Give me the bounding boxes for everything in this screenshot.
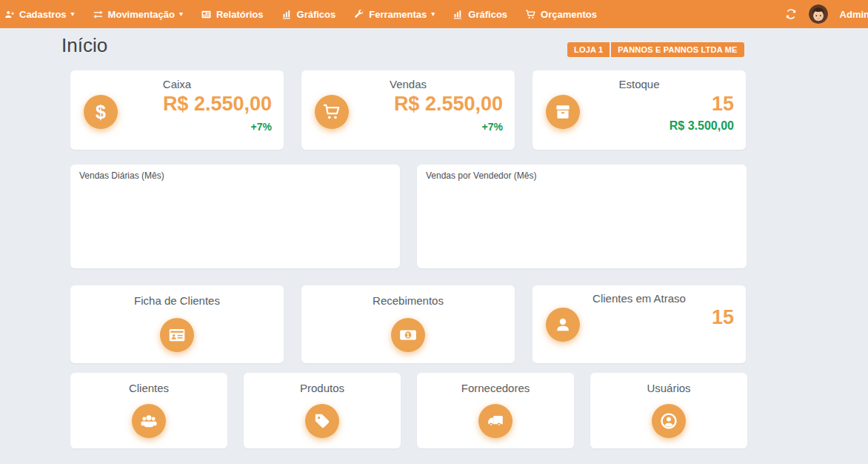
user-circle-icon xyxy=(652,404,686,438)
info-card-ficha-clientes[interactable]: Ficha de Clientes xyxy=(70,285,284,363)
id-card-icon xyxy=(160,318,194,352)
shortcut-card-produtos[interactable]: Produtos xyxy=(244,373,401,448)
stat-value: R$ 2.550,00 xyxy=(394,94,503,114)
user-plus-icon xyxy=(4,9,15,20)
store-badges: LOJA 1 PANNOS E PANNOS LTDA ME xyxy=(567,42,744,57)
avatar[interactable] xyxy=(809,4,828,24)
cart-icon xyxy=(315,95,349,129)
card-title: Clientes em Atraso xyxy=(533,292,746,305)
card-title: Produtos xyxy=(244,382,401,394)
users-icon xyxy=(132,404,166,438)
user-icon xyxy=(546,308,580,342)
chart-panel-vendas-vendedor: Vendas por Vendedor (Mês) xyxy=(417,165,747,268)
truck-icon xyxy=(478,404,513,438)
nav-label: Orçamentos xyxy=(541,9,597,20)
nav-label: Gráficos xyxy=(297,9,336,20)
nav-item-relatorios[interactable]: Relatórios xyxy=(192,0,273,28)
card-title: Recebimentos xyxy=(301,294,515,307)
bar-chart-icon xyxy=(453,9,464,20)
svg-text:1: 1 xyxy=(407,331,410,339)
tag-icon xyxy=(305,404,339,438)
nav-label: Movimentação xyxy=(108,9,175,20)
top-navbar: Cadastros Movimentação Relatórios Gráfic… xyxy=(0,0,868,28)
store-badge-loja[interactable]: LOJA 1 xyxy=(567,42,610,57)
money-bill-icon: 1 xyxy=(391,318,425,352)
shortcut-card-usuarios[interactable]: Usuários xyxy=(590,373,747,448)
caret-down-icon xyxy=(179,10,183,18)
stat-value: R$ 2.550,00 xyxy=(163,94,272,114)
card-title: Vendas xyxy=(301,78,515,90)
shortcut-card-fornecedores[interactable]: Fornecedores xyxy=(417,373,574,448)
page-title: Início xyxy=(61,34,107,57)
card-title: Estoque xyxy=(533,78,746,90)
exchange-icon xyxy=(93,9,104,20)
shortcut-card-clientes[interactable]: Clientes xyxy=(70,373,227,448)
card-title: Fornecedores xyxy=(417,382,574,394)
stat-secondary-value: R$ 3.500,00 xyxy=(670,119,734,133)
card-title: Caixa xyxy=(70,78,284,90)
nav-item-orcamentos[interactable]: Orçamentos xyxy=(516,0,606,28)
nav-label: Relatórios xyxy=(216,9,264,20)
report-icon xyxy=(201,9,212,20)
card-title: Usuários xyxy=(590,382,747,394)
stat-value: 15 xyxy=(712,94,734,114)
stat-delta: +7% xyxy=(251,121,272,133)
nav-label: Cadastros xyxy=(19,9,67,20)
caret-down-icon xyxy=(431,10,435,18)
info-card-clientes-atraso[interactable]: Clientes em Atraso 15 xyxy=(533,285,746,363)
stat-card-vendas: Vendas R$ 2.550,00 +7% xyxy=(301,70,515,150)
stat-card-caixa: Caixa $ R$ 2.550,00 +7% xyxy=(70,70,284,150)
nav-item-ferramentas[interactable]: Ferramentas xyxy=(344,0,444,28)
main-content: Início LOJA 1 PANNOS E PANNOS LTDA ME Ca… xyxy=(0,28,868,464)
refresh-icon[interactable] xyxy=(785,8,797,20)
nav-item-graficos[interactable]: Gráficos xyxy=(273,0,345,28)
nav-item-movimentacao[interactable]: Movimentação xyxy=(84,0,192,28)
cart-icon xyxy=(525,9,536,20)
nav-item-graficos-2[interactable]: Gráficos xyxy=(444,0,516,28)
box-icon xyxy=(546,95,580,129)
info-value: 15 xyxy=(712,308,734,328)
nav-label: Gráficos xyxy=(468,9,507,20)
nav-label: Ferramentas xyxy=(369,9,427,20)
dollar-icon: $ xyxy=(84,95,118,129)
info-card-recebimentos[interactable]: Recebimentos 1 xyxy=(301,285,515,363)
user-menu[interactable]: Admin xyxy=(840,9,868,20)
bar-chart-icon xyxy=(281,9,293,20)
stat-card-estoque: Estoque 15 R$ 3.500,00 xyxy=(533,70,746,150)
wrench-icon xyxy=(353,9,364,20)
navbar-right: Admin xyxy=(785,4,868,24)
card-title: Ficha de Clientes xyxy=(70,294,284,307)
store-badge-company[interactable]: PANNOS E PANNOS LTDA ME xyxy=(611,42,744,57)
caret-down-icon xyxy=(71,10,75,18)
card-title: Clientes xyxy=(70,382,227,394)
chart-panel-vendas-diarias: Vendas Diárias (Mês) xyxy=(70,165,400,268)
chart-title: Vendas por Vendedor (Mês) xyxy=(426,170,536,181)
chart-title: Vendas Diárias (Mês) xyxy=(79,170,164,181)
nav-item-cadastros[interactable]: Cadastros xyxy=(0,0,84,28)
stat-delta: +7% xyxy=(482,121,503,133)
